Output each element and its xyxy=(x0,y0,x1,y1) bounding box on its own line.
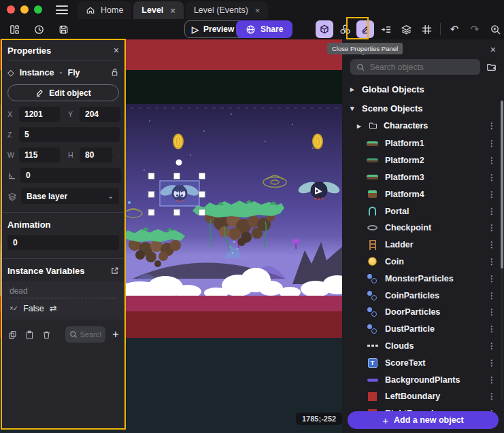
maximize-window-button[interactable] xyxy=(34,5,42,14)
zoom-in-icon[interactable] xyxy=(486,20,504,38)
item-menu-icon[interactable]: ⋮ xyxy=(488,121,496,131)
redo-icon[interactable]: ↷ xyxy=(466,20,484,38)
properties-pencil-icon[interactable] xyxy=(356,20,374,38)
open-variables-icon[interactable] xyxy=(110,266,119,275)
object-row[interactable]: CoinParticles ⋮ xyxy=(342,287,504,304)
x-input[interactable] xyxy=(19,107,60,122)
folder-icon xyxy=(368,121,378,131)
object-row[interactable]: LeftBoundary ⋮ xyxy=(342,388,504,405)
add-new-object-button[interactable]: + Add a new object xyxy=(348,411,499,429)
group-scene-objects[interactable]: ▾ Scene Objects xyxy=(342,101,504,116)
menu-icon[interactable] xyxy=(56,5,68,14)
folder-characters[interactable]: ▸ Characters ⋮ xyxy=(342,118,504,134)
item-menu-icon[interactable]: ⋮ xyxy=(488,307,496,317)
objects-search-input[interactable] xyxy=(369,63,474,72)
object-row[interactable]: Platform1 ⋮ xyxy=(342,135,504,152)
trash-icon[interactable] xyxy=(41,330,52,340)
tab-bar: Home Level × Level (Events) × xyxy=(0,0,504,19)
lock-open-icon[interactable] xyxy=(110,68,119,77)
item-menu-icon[interactable]: ⋮ xyxy=(488,139,496,148)
item-menu-icon[interactable]: ⋮ xyxy=(488,358,496,368)
instances-list-icon[interactable] xyxy=(377,20,394,38)
coin-object[interactable] xyxy=(313,135,322,149)
item-menu-icon[interactable]: ⋮ xyxy=(488,324,496,334)
variables-search-input[interactable] xyxy=(80,330,101,339)
object-row[interactable]: Platform4 ⋮ xyxy=(342,186,504,203)
tab-home[interactable]: Home xyxy=(78,1,131,19)
minimize-window-button[interactable] xyxy=(20,5,29,14)
undo-icon[interactable]: ↶ xyxy=(446,20,463,38)
object-row[interactable]: Portal ⋮ xyxy=(342,203,504,220)
variable-name[interactable]: dead xyxy=(10,286,117,298)
object-row[interactable]: Ladder ⋮ xyxy=(342,237,504,254)
object-row[interactable]: BackgroundPlants ⋮ xyxy=(342,371,504,388)
boolean-type-icon: ×✓ xyxy=(10,305,18,312)
history-clock-icon[interactable] xyxy=(30,20,48,38)
variables-search[interactable] xyxy=(65,326,106,343)
tab-level-events[interactable]: Level (Events) × xyxy=(186,1,269,19)
object-row[interactable]: Platform2 ⋮ xyxy=(342,152,504,169)
animation-input[interactable] xyxy=(7,235,119,250)
item-menu-icon[interactable]: ⋮ xyxy=(488,274,496,283)
item-menu-icon[interactable]: ⋮ xyxy=(488,257,496,266)
close-tab-icon[interactable]: × xyxy=(255,5,261,16)
object-row[interactable]: DoorParticles ⋮ xyxy=(342,304,504,321)
panels-layout-icon[interactable] xyxy=(5,20,23,38)
link-dimensions-icon[interactable] xyxy=(118,150,119,160)
variable-row[interactable]: dead ×✓ False ⇄ xyxy=(1,281,125,319)
coin-object[interactable] xyxy=(173,135,183,149)
object-row[interactable]: Checkpoint ⋮ xyxy=(342,220,504,237)
y-input[interactable] xyxy=(80,107,120,122)
layers-icon[interactable] xyxy=(397,20,415,38)
object-row[interactable]: DustParticle ⋮ xyxy=(342,321,504,338)
close-tab-icon[interactable]: × xyxy=(170,5,175,16)
add-variable-icon[interactable]: + xyxy=(112,328,119,341)
width-input[interactable] xyxy=(19,148,60,162)
item-menu-icon[interactable]: ⋮ xyxy=(488,240,496,249)
group-global-objects[interactable]: ▸ Global Objects xyxy=(342,82,504,97)
object-groups-icon[interactable] xyxy=(336,20,354,38)
rotate-handle[interactable] xyxy=(176,160,182,166)
edit-object-button[interactable]: Edit object xyxy=(7,84,119,101)
item-menu-icon[interactable]: ⋮ xyxy=(488,173,496,182)
close-objects-icon[interactable]: × xyxy=(490,44,496,55)
add-folder-icon[interactable] xyxy=(486,62,497,73)
share-button[interactable]: Share xyxy=(236,20,292,38)
plants-icon xyxy=(367,379,378,381)
item-menu-icon[interactable]: ⋮ xyxy=(488,156,496,165)
objects-search[interactable] xyxy=(350,59,480,75)
object-row[interactable]: ScoreText ⋮ xyxy=(342,354,504,371)
item-menu-icon[interactable]: ⋮ xyxy=(488,190,496,199)
object-row[interactable]: Platform3 ⋮ xyxy=(342,169,504,186)
selection-box[interactable] xyxy=(160,181,199,206)
object-label: DustParticle xyxy=(385,324,435,334)
tab-level[interactable]: Level × xyxy=(133,1,184,19)
object-label: LeftBoundary xyxy=(385,392,440,401)
save-icon[interactable] xyxy=(54,20,72,38)
object-row[interactable]: Clouds ⋮ xyxy=(342,338,504,355)
scrollbar-thumb[interactable] xyxy=(501,101,503,269)
y-label: Y xyxy=(68,110,75,118)
toggle-value-icon[interactable]: ⇄ xyxy=(50,303,57,313)
window-controls[interactable] xyxy=(0,0,52,19)
object-row[interactable]: MonsterParticles ⋮ xyxy=(342,270,504,287)
item-menu-icon[interactable]: ⋮ xyxy=(488,392,496,401)
paste-icon[interactable] xyxy=(24,330,35,340)
z-input[interactable] xyxy=(19,127,120,142)
item-menu-icon[interactable]: ⋮ xyxy=(488,207,496,216)
editor-toolbar: ▷ Preview ⌄ Share ↶ ↷ xyxy=(0,19,504,39)
object-row[interactable]: Coin ⋮ xyxy=(342,254,504,271)
angle-input[interactable] xyxy=(20,168,121,183)
3d-view-icon[interactable] xyxy=(316,20,333,38)
grid-icon[interactable] xyxy=(418,20,435,38)
item-menu-icon[interactable]: ⋮ xyxy=(488,375,496,385)
item-menu-icon[interactable]: ⋮ xyxy=(488,291,496,300)
item-menu-icon[interactable]: ⋮ xyxy=(488,341,496,351)
close-window-button[interactable] xyxy=(7,5,15,14)
copy-icon[interactable] xyxy=(7,330,18,340)
layer-dropdown[interactable]: Base layer ⌄ xyxy=(21,188,119,204)
close-properties-icon[interactable]: × xyxy=(114,45,119,56)
variable-value[interactable]: False xyxy=(23,304,44,313)
item-menu-icon[interactable]: ⋮ xyxy=(488,223,496,232)
height-input[interactable] xyxy=(80,148,112,162)
